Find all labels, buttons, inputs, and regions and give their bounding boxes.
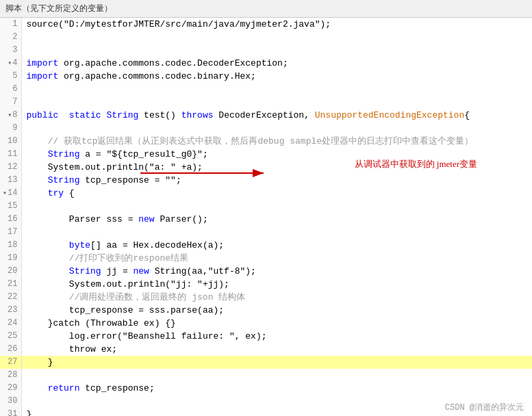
line-num-5: 5 (0, 70, 21, 83)
line-num-27: 27 (0, 356, 21, 369)
line-num-25: 25 (0, 330, 21, 343)
code-line-29: return tcp_response; (22, 382, 532, 395)
code-line-4: import org.apache.commons.codec.DecoderE… (22, 57, 532, 70)
header-bar: 脚本（见下文所定义的变量） (0, 0, 532, 18)
line-num-16: 16 (0, 213, 21, 226)
line-num-6: 6 (0, 83, 21, 96)
annotation-text: 从调试器中获取到的 jmeter变量 (355, 158, 477, 170)
code-line-10: // 获取tcp返回结果（从正则表达式中获取，然后再debug sample处理… (22, 135, 532, 148)
line-num-8: ▾8 (0, 109, 21, 122)
code-line-17 (22, 226, 532, 239)
code-editor: 123▾4567▾8910111213▾14151617181920212223… (0, 18, 532, 416)
header-label: 脚本（见下文所定义的变量） (5, 4, 112, 14)
line-num-28: 28 (0, 369, 21, 382)
line-num-11: 11 (0, 148, 21, 161)
line-num-13: 13 (0, 174, 21, 187)
line-num-22: 22 (0, 291, 21, 304)
code-line-20: String jj = new String(aa,"utf-8"); (22, 265, 532, 278)
line-num-15: 15 (0, 200, 21, 213)
footer: CSDN @消逝的异次元 (437, 399, 532, 416)
line-num-17: 17 (0, 226, 21, 239)
line-num-21: 21 (0, 278, 21, 291)
code-line-28 (22, 369, 532, 382)
line-numbers: 123▾4567▾8910111213▾14151617181920212223… (0, 18, 22, 416)
code-line-1: source("D:/mytestforJMTER/src/main/java/… (22, 18, 532, 31)
line-num-12: 12 (0, 161, 21, 174)
code-line-2 (22, 31, 532, 44)
line-num-19: 19 (0, 252, 21, 265)
code-line-22: //调用处理函数，返回最终的 json 结构体 (22, 291, 532, 304)
line-num-1: 1 (0, 18, 21, 31)
code-line-27: } (22, 356, 532, 369)
line-num-4: ▾4 (0, 57, 21, 70)
line-num-3: 3 (0, 44, 21, 57)
line-num-2: 2 (0, 31, 21, 44)
line-num-14: ▾14 (0, 187, 21, 200)
code-line-7 (22, 96, 532, 109)
code-line-23: tcp_response = sss.parse(aa); (22, 304, 532, 317)
code-line-5: import org.apache.commons.codec.binary.H… (22, 70, 532, 83)
line-num-30: 30 (0, 395, 21, 408)
line-num-23: 23 (0, 304, 21, 317)
code-line-14: try { (22, 187, 532, 200)
code-line-18: byte[] aa = Hex.decodeHex(a); (22, 239, 532, 252)
line-num-24: 24 (0, 317, 21, 330)
code-line-15 (22, 200, 532, 213)
line-num-29: 29 (0, 382, 21, 395)
code-line-9 (22, 122, 532, 135)
line-num-9: 9 (0, 122, 21, 135)
code-line-3 (22, 44, 532, 57)
line-num-7: 7 (0, 96, 21, 109)
line-num-20: 20 (0, 265, 21, 278)
code-line-6 (22, 83, 532, 96)
code-line-16: Parser sss = new Parser(); (22, 213, 532, 226)
code-line-24: }catch (Throwable ex) {} (22, 317, 532, 330)
line-num-31: 31 (0, 408, 21, 416)
code-line-19: //打印下收到的respone结果 (22, 252, 532, 265)
code-line-8: public static String test() throws Decod… (22, 109, 532, 122)
code-line-26: throw ex; (22, 343, 532, 356)
line-num-10: 10 (0, 135, 21, 148)
code-content: source("D:/mytestforJMTER/src/main/java/… (22, 18, 532, 416)
footer-text: CSDN @消逝的异次元 (445, 403, 524, 413)
code-line-21: System.out.println("jj: "+jj); (22, 278, 532, 291)
code-line-25: log.error("Beanshell failure: ", ex); (22, 330, 532, 343)
line-num-26: 26 (0, 343, 21, 356)
line-num-18: 18 (0, 239, 21, 252)
code-line-13: String tcp_response = ""; (22, 174, 532, 187)
